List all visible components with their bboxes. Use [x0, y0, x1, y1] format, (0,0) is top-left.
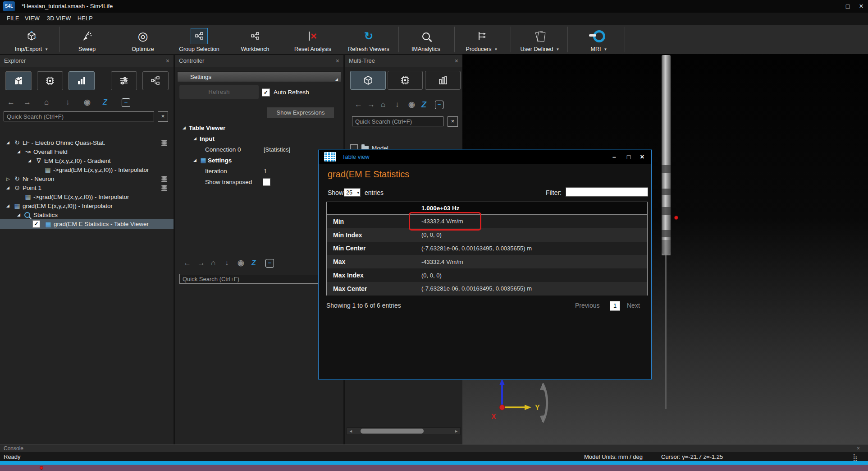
dialog-close-button[interactable]: ×: [637, 152, 648, 162]
user-defined-button[interactable]: User Defined▼: [512, 25, 568, 54]
table-row-max-index[interactable]: Max Index (0, 0, 0): [327, 268, 647, 282]
tree-item-lf-simulation[interactable]: ◢ ↻ LF - Electro Ohmic Quasi-Stat.: [0, 138, 174, 147]
nav-back-icon[interactable]: ←: [7, 98, 15, 107]
window-close-button[interactable]: ×: [856, 2, 866, 11]
expander-icon[interactable]: ◢: [17, 212, 23, 217]
expander-icon[interactable]: ◢: [6, 140, 13, 145]
expander-icon[interactable]: ◢: [193, 136, 200, 141]
controller-close-icon[interactable]: ×: [336, 55, 339, 67]
electrode-lead-model[interactable]: [662, 55, 671, 255]
zoom-to-icon[interactable]: Z: [251, 259, 256, 268]
tree-item-gradient[interactable]: ◢ ∇ EM E(x,y,z,f0) - Gradient: [0, 156, 174, 165]
tab-schematic[interactable]: [142, 71, 169, 90]
tab-model-3d[interactable]: [350, 71, 386, 90]
nav-back-icon[interactable]: ←: [355, 100, 362, 109]
table-row-max-center[interactable]: Max Center (-7.63281e-06, 0.00163495, 0.…: [327, 282, 647, 296]
sweep-button[interactable]: Sweep: [59, 25, 115, 54]
tab-analysis-results[interactable]: [69, 71, 95, 90]
tree-item-point1[interactable]: ◢ ⊙ Point 1: [0, 183, 174, 192]
optimize-button[interactable]: ◎ Optimize: [115, 25, 171, 54]
reset-analysis-button[interactable]: × Reset Analysis: [285, 25, 341, 54]
controller-mode-dropdown[interactable]: Settings ◢: [177, 71, 341, 82]
window-maximize-button[interactable]: □: [843, 2, 853, 11]
collapse-all-icon[interactable]: −: [265, 259, 274, 268]
auto-refresh-checkbox[interactable]: ✓: [262, 88, 270, 97]
tree-item-overall-field[interactable]: ◢ ↝ Overall Field: [0, 147, 174, 156]
visibility-eye-icon[interactable]: ◉: [408, 100, 415, 109]
nav-home-icon[interactable]: ⌂: [211, 259, 215, 268]
visibility-eye-icon[interactable]: ◉: [238, 259, 244, 268]
expander-icon[interactable]: ◢: [193, 158, 200, 162]
table-row-min-index[interactable]: Min Index (0, 0, 0): [327, 228, 647, 242]
dialog-maximize-button[interactable]: □: [623, 152, 634, 162]
dropdown-arrow-icon[interactable]: ▼: [556, 47, 560, 51]
collapse-all-icon[interactable]: −: [122, 98, 130, 107]
refresh-viewers-button[interactable]: ↻ Refresh Viewers: [341, 25, 397, 54]
nav-forward-icon[interactable]: →: [23, 98, 31, 107]
collapse-all-icon[interactable]: −: [435, 101, 443, 109]
imp-export-button[interactable]: Imp/Export▼: [4, 25, 59, 54]
nav-forward-icon[interactable]: →: [367, 100, 375, 109]
explorer-search-input[interactable]: [4, 111, 154, 121]
dropdown-arrow-icon[interactable]: ▼: [45, 47, 48, 51]
expander-icon[interactable]: ▷: [6, 176, 13, 181]
imanalytics-button[interactable]: IMAnalytics: [398, 25, 454, 54]
filter-input[interactable]: [566, 187, 648, 197]
nav-down-icon[interactable]: ↓: [225, 259, 229, 268]
multi-tree-close-icon[interactable]: ×: [455, 55, 458, 67]
prop-table-viewer[interactable]: ◢ Table Viewer: [175, 123, 343, 133]
expander-icon[interactable]: ◢: [28, 158, 34, 163]
page-size-select[interactable]: 25 ▾: [344, 188, 361, 197]
nav-forward-icon[interactable]: →: [197, 259, 205, 268]
expander-icon[interactable]: ◢: [6, 185, 13, 190]
nav-home-icon[interactable]: ⌂: [381, 100, 385, 109]
nav-down-icon[interactable]: ↓: [66, 98, 70, 107]
tab-simulation[interactable]: [388, 71, 423, 90]
scroll-left-icon[interactable]: ◂: [347, 428, 355, 434]
current-page-button[interactable]: 1: [610, 301, 620, 311]
dropdown-arrow-icon[interactable]: ▼: [604, 47, 608, 51]
previous-page-button[interactable]: Previous: [575, 302, 599, 309]
menu-help[interactable]: HELP: [78, 15, 93, 22]
menu-3d-view[interactable]: 3D VIEW: [47, 15, 71, 22]
table-row-min[interactable]: Min -43332.4 V/m/m: [327, 215, 647, 228]
mri-button[interactable]: MRI▼: [571, 25, 627, 54]
frequency-column-header[interactable]: 1.000e+03 Hz: [327, 202, 647, 215]
dialog-title-bar[interactable]: Table view – □ ×: [319, 150, 651, 164]
tab-simulation[interactable]: [37, 71, 63, 90]
zoom-to-icon[interactable]: Z: [421, 100, 426, 109]
visibility-eye-icon[interactable]: ◉: [84, 98, 91, 107]
expander-icon[interactable]: ◢: [17, 149, 23, 154]
tree-item-table-viewer[interactable]: ✓ ▦ grad(EM E Statistics - Table Viewer: [0, 219, 174, 229]
dropdown-arrow-icon[interactable]: ▼: [494, 47, 498, 51]
point1-marker[interactable]: [674, 216, 678, 220]
nav-back-icon[interactable]: ←: [183, 259, 191, 268]
menu-view[interactable]: VIEW: [25, 15, 40, 22]
tree-item-grad-interpolator2[interactable]: ▦ ->grad(EM E(x,y,z,f0)) - Interpolator: [0, 192, 174, 201]
window-minimize-button[interactable]: –: [828, 2, 838, 11]
table-row-min-center[interactable]: Min Center (-7.63281e-06, 0.00163495, 0.…: [327, 242, 647, 255]
producers-button[interactable]: Producers▼: [454, 25, 510, 54]
zoom-to-icon[interactable]: Z: [103, 98, 107, 107]
tree-item-neuron[interactable]: ▷ ↻ Nr - Neuron: [0, 174, 174, 183]
console-close-icon[interactable]: ×: [857, 445, 860, 452]
table-row-max[interactable]: Max -43332.4 V/m/m: [327, 255, 647, 268]
scrollbar-thumb[interactable]: [361, 429, 424, 434]
prop-input[interactable]: ◢ Input: [175, 134, 343, 143]
tab-model[interactable]: [5, 71, 32, 90]
workbench-button[interactable]: Workbench: [227, 25, 283, 54]
tab-options[interactable]: [111, 71, 137, 90]
nav-home-icon[interactable]: ⌂: [44, 98, 49, 107]
explorer-search-clear-button[interactable]: ×: [158, 111, 168, 122]
controller-search-input[interactable]: [179, 274, 339, 284]
explorer-close-icon[interactable]: ×: [166, 55, 169, 67]
tree-item-grad-interpolator[interactable]: ▦ ->grad(EM E(x,y,z,f0)) - Interpolator: [0, 165, 174, 174]
dialog-minimize-button[interactable]: –: [609, 152, 620, 162]
group-selection-button[interactable]: Group Selection: [171, 25, 227, 54]
expander-icon[interactable]: ◢: [6, 203, 13, 208]
show-expressions-button[interactable]: Show Expressions: [267, 107, 334, 118]
multi-tree-search-clear-button[interactable]: ×: [448, 116, 458, 127]
scroll-right-icon[interactable]: ▸: [452, 428, 460, 434]
table-viewer-checkbox[interactable]: ✓: [32, 220, 40, 228]
tree-item-grad-interpolator-root[interactable]: ◢ ▦ grad(EM E(x,y,z,f0)) - Interpolator: [0, 201, 174, 210]
